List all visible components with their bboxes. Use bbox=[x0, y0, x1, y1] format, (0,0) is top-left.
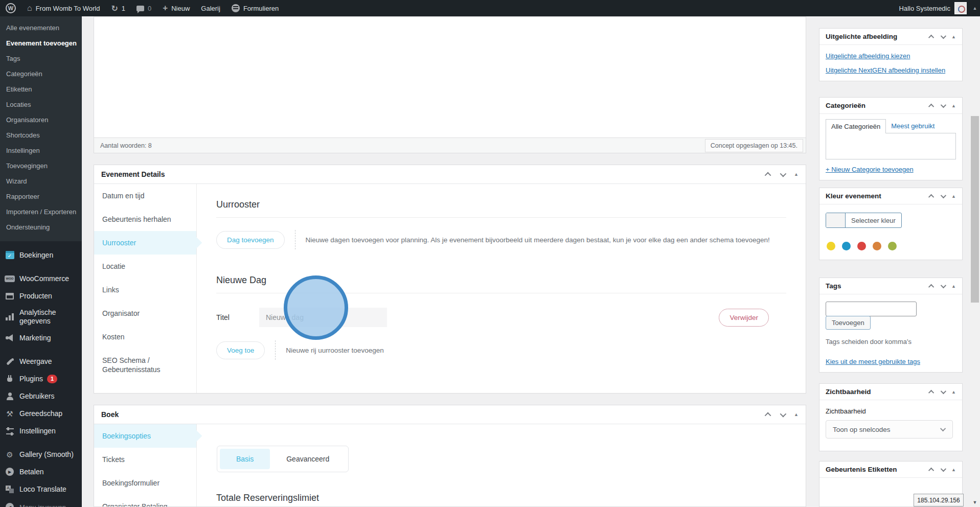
sidebar-item-tags[interactable]: Tags bbox=[0, 51, 82, 66]
toggle-panel-icon[interactable]: ▲ bbox=[951, 34, 956, 39]
sidebar-item-marketing[interactable]: Marketing bbox=[0, 329, 82, 347]
sidebar-item-locaties[interactable]: Locaties bbox=[0, 97, 82, 112]
tab-basis[interactable]: Basis bbox=[220, 449, 270, 469]
sidebar-item-weergave[interactable]: Weergave bbox=[0, 353, 82, 370]
panel-header[interactable]: Kleur evenement ▲ bbox=[819, 188, 962, 204]
site-link[interactable]: ⌂ From Womb To World bbox=[21, 0, 105, 16]
dag-toevoegen-button[interactable]: Dag toevoegen bbox=[216, 231, 285, 249]
move-up-icon[interactable] bbox=[928, 103, 934, 109]
toggle-panel-icon[interactable]: ▲ bbox=[794, 412, 799, 417]
sidebar-item-boekingen[interactable]: ✓ Boekingen bbox=[0, 246, 82, 264]
new-content-menu[interactable]: + Nieuw bbox=[157, 0, 195, 16]
toggle-panel-icon[interactable]: ▲ bbox=[951, 284, 956, 289]
move-down-icon[interactable] bbox=[941, 33, 946, 38]
tab-boekingsformulier[interactable]: Boekingsformulier bbox=[94, 471, 196, 495]
sidebar-item-rapporteer[interactable]: Rapporteer bbox=[0, 189, 82, 204]
sidebar-item-categorieen[interactable]: Categorieën bbox=[0, 66, 82, 82]
tab-boekingsopties[interactable]: Boekingsopties bbox=[94, 424, 196, 448]
tab-uurrooster[interactable]: Uurrooster bbox=[94, 231, 196, 255]
tab-gebeurtenis-herhalen[interactable]: Gebeurtenis herhalen bbox=[94, 208, 196, 231]
account-menu[interactable]: Hallo Systemedic bbox=[899, 2, 980, 14]
sidebar-item-organisatoren[interactable]: Organisatoren bbox=[0, 112, 82, 128]
sidebar-item-analytische-gegevens[interactable]: Analytische gegevens bbox=[0, 305, 82, 329]
sidebar-item-etiketten[interactable]: Etiketten bbox=[0, 82, 82, 97]
sidebar-item-producten[interactable]: Producten bbox=[0, 287, 82, 305]
nextgen-featured-image-link[interactable]: Uitgelichte NextGEN afbeelding instellen bbox=[826, 66, 945, 74]
most-used-tags-link[interactable]: Kies uit de meest gebruikte tags bbox=[826, 358, 920, 365]
tags-input[interactable] bbox=[826, 302, 917, 316]
color-dot-red[interactable] bbox=[857, 242, 866, 250]
color-dot-yellow[interactable] bbox=[827, 242, 835, 250]
tab-alle-categorieen[interactable]: Alle Categorieën bbox=[826, 119, 886, 133]
color-dot-blue[interactable] bbox=[842, 242, 851, 250]
metabox-header[interactable]: Evenement Details ▲ bbox=[94, 165, 806, 184]
scrollbar-top[interactable]: ▲ bbox=[970, 0, 980, 16]
comments-link[interactable]: 0 bbox=[131, 0, 157, 16]
sidebar-item-instellingen[interactable]: Instellingen bbox=[0, 422, 82, 440]
content-editor[interactable]: Aantal woorden: 8 Concept opgeslagen op … bbox=[94, 16, 806, 153]
sidebar-item-gallery-smooth[interactable]: ⚙ Gallery (Smooth) bbox=[0, 446, 82, 463]
wordpress-menu[interactable]: W bbox=[0, 0, 21, 16]
updates-link[interactable]: ↻ 1 bbox=[105, 0, 131, 16]
move-up-icon[interactable] bbox=[928, 467, 934, 473]
move-down-icon[interactable] bbox=[941, 282, 946, 288]
sidebar-item-ondersteuning[interactable]: Ondersteuning bbox=[0, 220, 82, 235]
forms-menu[interactable]: Formulieren bbox=[226, 0, 284, 16]
scrollbar-thumb[interactable] bbox=[971, 116, 979, 303]
toggle-panel-icon[interactable]: ▲ bbox=[951, 467, 956, 472]
collapse-menu-button[interactable]: ◀ Menu invouwen bbox=[0, 498, 82, 507]
panel-header[interactable]: Gebeurtenis Etiketten ▲ bbox=[819, 462, 962, 478]
move-up-icon[interactable] bbox=[928, 34, 934, 40]
choose-featured-image-link[interactable]: Uitgelichte afbeelding kiezen bbox=[826, 52, 910, 60]
tab-tickets[interactable]: Tickets bbox=[94, 448, 196, 471]
sidebar-item-instellingen-sub[interactable]: Instellingen bbox=[0, 143, 82, 158]
color-dot-orange[interactable] bbox=[873, 242, 881, 250]
visibility-select[interactable]: Toon op snelcodes bbox=[826, 420, 953, 439]
panel-header[interactable]: Uitgelichte afbeelding ▲ bbox=[819, 29, 962, 45]
sidebar-item-alle-evenementen[interactable]: Alle evenementen bbox=[0, 20, 82, 36]
toggle-panel-icon[interactable]: ▲ bbox=[951, 194, 956, 199]
verwijder-button[interactable]: Verwijder bbox=[719, 309, 769, 327]
metabox-header[interactable]: Boek ▲ bbox=[94, 405, 806, 424]
move-down-icon[interactable] bbox=[941, 466, 946, 471]
move-up-icon[interactable] bbox=[928, 389, 934, 395]
toggle-panel-icon[interactable]: ▲ bbox=[951, 389, 956, 395]
category-list[interactable] bbox=[826, 133, 956, 159]
sidebar-item-shortcodes[interactable]: Shortcodes bbox=[0, 128, 82, 143]
tab-links[interactable]: Links bbox=[94, 278, 196, 302]
sidebar-item-importeren-exporteren[interactable]: Importeren / Exporteren bbox=[0, 204, 82, 220]
tab-kosten[interactable]: Kosten bbox=[94, 325, 196, 349]
add-tag-button[interactable]: Toevoegen bbox=[826, 316, 871, 330]
sidebar-item-gebruikers[interactable]: Gebruikers bbox=[0, 387, 82, 405]
move-down-icon[interactable] bbox=[941, 102, 946, 107]
add-category-link[interactable]: + Nieuw Categorie toevoegen bbox=[826, 166, 914, 173]
panel-header[interactable]: Tags ▲ bbox=[819, 278, 962, 294]
sidebar-item-woocommerce[interactable]: WOO WooCommerce bbox=[0, 270, 82, 287]
scroll-down-icon[interactable]: ▼ bbox=[970, 500, 980, 505]
move-up-icon[interactable] bbox=[765, 412, 771, 419]
move-up-icon[interactable] bbox=[765, 172, 771, 178]
sidebar-item-evenement-toevoegen[interactable]: Evenement toevoegen bbox=[0, 36, 82, 51]
tab-organisator[interactable]: Organisator bbox=[94, 302, 196, 325]
voeg-toe-button[interactable]: Voeg toe bbox=[216, 341, 265, 359]
sidebar-item-wizard[interactable]: Wizard bbox=[0, 174, 82, 189]
tab-datum-en-tijd[interactable]: Datum en tijd bbox=[94, 184, 196, 208]
tab-locatie[interactable]: Locatie bbox=[94, 255, 196, 278]
move-down-icon[interactable] bbox=[780, 410, 787, 417]
toggle-panel-icon[interactable]: ▲ bbox=[951, 103, 956, 108]
panel-header[interactable]: Categorieën ▲ bbox=[819, 98, 962, 114]
sidebar-item-loco-translate[interactable]: Loco Translate bbox=[0, 480, 82, 498]
move-down-icon[interactable] bbox=[941, 192, 946, 198]
toggle-panel-icon[interactable]: ▲ bbox=[794, 172, 799, 177]
select-color-button[interactable]: Selecteer kleur bbox=[826, 213, 902, 228]
sidebar-item-toevoegingen[interactable]: Toevoegingen bbox=[0, 158, 82, 174]
gallery-menu[interactable]: Galerij bbox=[195, 0, 226, 16]
move-down-icon[interactable] bbox=[941, 388, 946, 394]
sidebar-item-betalen[interactable]: ▶ Betalen bbox=[0, 463, 82, 480]
tab-organisator-betaling[interactable]: Organisator Betaling bbox=[94, 495, 196, 507]
color-dot-green[interactable] bbox=[888, 242, 897, 250]
tab-meest-gebruikt[interactable]: Meest gebruikt bbox=[886, 119, 940, 133]
panel-header[interactable]: Zichtbaarheid ▲ bbox=[819, 384, 962, 400]
move-up-icon[interactable] bbox=[928, 284, 934, 289]
tab-seo-schema[interactable]: SEO Schema / Gebeurtenisstatus bbox=[94, 349, 196, 381]
